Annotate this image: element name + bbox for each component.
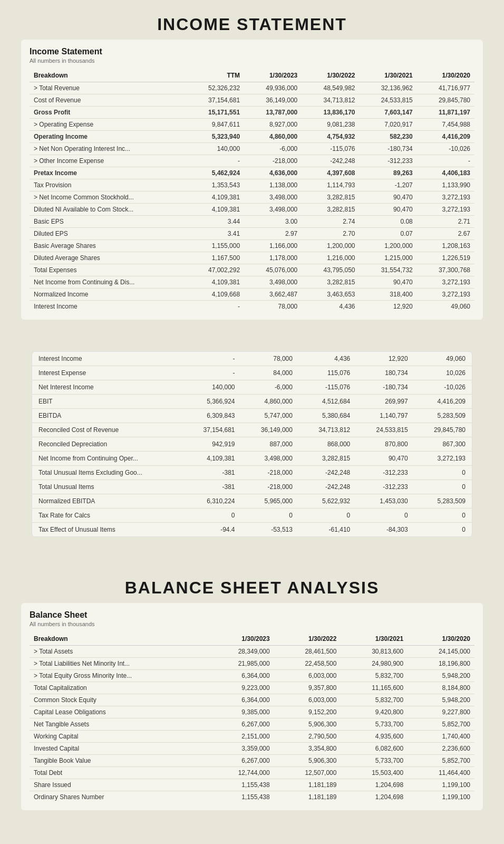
income-row-label: Tax Provision <box>30 179 187 191</box>
balance-row-value: 3,359,000 <box>207 743 274 755</box>
income-row-value: 4,754,932 <box>302 131 359 143</box>
income-row-value: 11,871,197 <box>417 107 474 119</box>
income-row-label: > Total Revenue <box>30 82 187 94</box>
extra-row: Total Unusual Items Excluding Goo...-381… <box>32 466 472 480</box>
income-row-value: 3,282,815 <box>302 276 359 289</box>
balance-row: Net Tangible Assets6,267,0005,906,3005,7… <box>30 718 474 731</box>
extra-row-value: 1,453,030 <box>356 494 414 509</box>
extra-row-value: 887,000 <box>241 437 299 452</box>
extra-row-value: 6,309,843 <box>183 409 241 423</box>
balance-row-value: 1,181,189 <box>274 779 341 791</box>
balance-row-value: 9,223,000 <box>207 682 274 694</box>
income-row-value: 5,323,940 <box>187 131 244 143</box>
income-row: Net Income from Continuing & Dis...4,109… <box>30 276 474 289</box>
income-row-label: Diluted NI Available to Com Stock... <box>30 204 187 216</box>
extra-table: Interest Income-78,0004,43612,92049,060I… <box>32 352 472 536</box>
balance-sheet-header-row: Breakdown 1/30/2023 1/30/2022 1/30/2021 … <box>30 632 474 646</box>
balance-row-value: 5,733,700 <box>341 755 408 767</box>
balance-row-label: Invested Capital <box>30 743 207 755</box>
extra-row-value: 6,310,224 <box>183 494 241 509</box>
extra-row-value: 5,366,924 <box>183 395 241 409</box>
extra-row-value: 870,800 <box>356 437 414 452</box>
extra-row-value: 4,512,684 <box>299 395 356 409</box>
income-row-value: -1,207 <box>360 179 417 191</box>
income-row-value: 1,155,000 <box>187 240 244 252</box>
income-row-value: 48,549,982 <box>302 82 359 94</box>
balance-row-label: > Total Assets <box>30 646 207 658</box>
income-row-value: 3,498,000 <box>244 276 302 289</box>
balance-row-value: 6,364,000 <box>207 694 274 706</box>
income-row-value: 1,114,793 <box>302 179 359 191</box>
balance-row-value: 5,948,200 <box>408 670 474 682</box>
balance-row-value: 9,227,800 <box>408 706 474 718</box>
extra-row: Interest Income-78,0004,43612,92049,060 <box>32 352 472 366</box>
extra-row-value: 5,380,684 <box>299 409 356 423</box>
extra-row-value: 942,919 <box>183 437 241 452</box>
income-row-label: Net Income from Continuing & Dis... <box>30 276 187 289</box>
income-row-value: - <box>417 155 474 167</box>
extra-row: Normalized EBITDA6,310,2245,965,0005,622… <box>32 494 472 509</box>
balance-row-value: 5,852,700 <box>408 755 474 767</box>
extra-row-label: EBIT <box>32 395 183 409</box>
income-row: Basic Average Shares1,155,0001,166,0001,… <box>30 240 474 252</box>
extra-row-value: 868,000 <box>299 437 356 452</box>
extra-row-value: 4,436 <box>299 352 356 366</box>
income-row-label: Cost of Revenue <box>30 94 187 107</box>
income-row-value: 3,498,000 <box>244 204 302 216</box>
balance-row-value: 11,464,400 <box>408 767 474 779</box>
balance-row-value: 12,507,000 <box>274 767 341 779</box>
col-1-30-2021: 1/30/2021 <box>360 69 417 82</box>
balance-sheet-section: BALANCE SHEET ANALYSIS Balance Sheet All… <box>0 563 504 826</box>
income-row-value: 2.97 <box>244 228 302 240</box>
income-row-value: -6,000 <box>244 143 302 155</box>
income-row-value: 47,002,292 <box>187 264 244 276</box>
extra-row-value: 0 <box>241 509 299 523</box>
bs-col-1-30-2020: 1/30/2020 <box>408 632 474 646</box>
extra-row: Net Interest Income140,000-6,000-115,076… <box>32 380 472 395</box>
income-row-value: 89,263 <box>360 167 417 179</box>
extra-row: Net Income from Continuing Oper...4,109,… <box>32 452 472 466</box>
balance-row-value: 5,906,300 <box>274 755 341 767</box>
income-row-value: 4,416,209 <box>417 131 474 143</box>
income-row-value: 4,109,381 <box>187 191 244 204</box>
col-1-30-2023: 1/30/2023 <box>244 69 302 82</box>
col-breakdown: Breakdown <box>30 69 187 82</box>
balance-row-value: 3,354,800 <box>274 743 341 755</box>
income-row-label: Diluted EPS <box>30 228 187 240</box>
income-row-value: -218,000 <box>244 155 302 167</box>
balance-row-value: 30,813,600 <box>341 646 408 658</box>
extra-row-value: -312,233 <box>356 480 414 494</box>
extra-row-label: Net Interest Income <box>32 380 183 395</box>
extra-row-value: -10,026 <box>414 380 472 395</box>
income-row-value: 37,154,681 <box>187 94 244 107</box>
income-row-value: 3,282,815 <box>302 191 359 204</box>
income-statement-title: INCOME STATEMENT <box>11 5 493 40</box>
extra-row-value: 180,734 <box>356 366 414 380</box>
extra-row: Reconciled Cost of Revenue37,154,68136,1… <box>32 423 472 437</box>
balance-row-value: 6,082,600 <box>341 743 408 755</box>
extra-row-value: 12,920 <box>356 352 414 366</box>
income-row-label: Interest Income <box>30 301 187 313</box>
balance-row-value: 6,003,000 <box>274 694 341 706</box>
extra-row-value: 5,622,932 <box>299 494 356 509</box>
income-row-value: 5,462,924 <box>187 167 244 179</box>
income-row-value: 32,136,962 <box>360 82 417 94</box>
income-row-value: 318,400 <box>360 289 417 301</box>
extra-row-value: 5,283,509 <box>414 494 472 509</box>
extra-table-section: Interest Income-78,0004,43612,92049,060I… <box>0 330 504 563</box>
income-row-value: 36,149,000 <box>244 94 302 107</box>
extra-row-value: 90,470 <box>356 452 414 466</box>
income-row-value: 0.08 <box>360 216 417 228</box>
extra-row-value: 0 <box>414 466 472 480</box>
balance-row: Common Stock Equity6,364,0006,003,0005,8… <box>30 694 474 706</box>
extra-row-label: Reconciled Cost of Revenue <box>32 423 183 437</box>
balance-sheet-title: BALANCE SHEET ANALYSIS <box>11 569 493 603</box>
extra-row-value: -242,248 <box>299 480 356 494</box>
balance-row-label: Net Tangible Assets <box>30 718 207 731</box>
income-row: Diluted Average Shares1,167,5001,178,000… <box>30 252 474 264</box>
balance-row-label: Common Stock Equity <box>30 694 207 706</box>
income-row-value: -180,734 <box>360 143 417 155</box>
extra-row-value: -180,734 <box>356 380 414 395</box>
extra-row-label: Tax Rate for Calcs <box>32 509 183 523</box>
balance-row-value: 5,948,200 <box>408 694 474 706</box>
